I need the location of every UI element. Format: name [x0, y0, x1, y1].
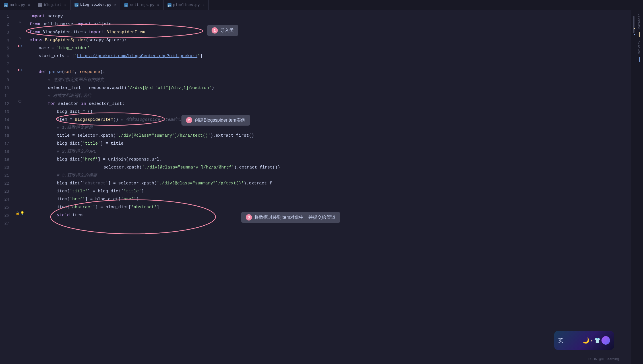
gutter-2: ⊖: [15, 18, 25, 26]
line-num-6: 6: [0, 52, 11, 60]
tab-label: blog.txt: [44, 3, 61, 7]
tab-label: main.py: [10, 3, 25, 7]
code-line-11: # 对博文列表进行迭代: [25, 92, 631, 100]
code-line-7: [25, 60, 631, 68]
code-line-10: selector_list = response.xpath('//div[@i…: [25, 84, 631, 92]
gutter-14: [15, 114, 25, 122]
line19-text: blog_dict['href'] = urljoin(response.url…: [30, 156, 162, 164]
minimap-dot-1: [634, 28, 635, 29]
shield-icon-12: 🛡: [18, 100, 22, 104]
line-num-25: 25: [0, 203, 11, 211]
sidebar-indicator-blue: [639, 57, 640, 62]
line4-text: class BlogSpiderSpider(scrapy.Spider):: [30, 36, 127, 44]
gutter-7: [15, 58, 25, 66]
gutter-column: ⊖ ⊖ ● ↑ ● ↑ 🛡: [15, 10, 25, 364]
widget-icons: 🌙 ✦ 👕: [582, 336, 610, 345]
line-num-17: 17: [0, 140, 11, 148]
tab-bar: py main.py ✕ txt blog.txt ✕ py blog_spid…: [0, 0, 643, 10]
tab-close-icon[interactable]: ✕: [114, 3, 116, 7]
line26-text: yield item: [30, 211, 83, 219]
line13-text: blog_dict = {}: [30, 108, 93, 116]
avatar-widget: [601, 336, 610, 345]
tab-main-py[interactable]: py main.py ✕: [0, 0, 34, 10]
minimap-dot-2: [634, 34, 635, 35]
code-line-18: # 2.获取博文的URL: [25, 148, 631, 156]
gutter-16: [15, 130, 25, 138]
gutter-10: [15, 82, 25, 90]
line2-text: from urllib.parse import urljoin: [30, 20, 111, 28]
gutter-19: [15, 153, 25, 161]
code-editor[interactable]: import scrapy from urllib.parse import u…: [25, 10, 631, 364]
tab-close-icon[interactable]: ✕: [65, 3, 67, 7]
sidebar-tab-sciview[interactable]: SciView: [636, 38, 642, 56]
svg-text:txt: txt: [38, 5, 42, 7]
code-line-19: blog_dict['href'] = urljoin(response.url…: [25, 156, 631, 164]
code-line-25: item['abstract'] = blog_dict['abstract']: [25, 203, 631, 211]
breakpoint-icon-8[interactable]: ●: [17, 68, 20, 72]
arrow-up-icon-8: ↑: [20, 68, 22, 72]
svg-text:py: py: [5, 4, 8, 7]
line-num-21: 21: [0, 172, 11, 180]
minimap-indicators: [634, 27, 635, 36]
tab-pipelines-py[interactable]: py pipelines.py ✕: [164, 0, 209, 10]
arrow-up-icon-5: ↑: [20, 44, 22, 48]
tab-label: pipelines.py: [173, 3, 200, 7]
line17-text: blog_dict['title'] = title: [30, 140, 123, 148]
line10-text: selector_list = response.xpath('//div[@i…: [30, 84, 214, 92]
code-line-21: # 3.获取博文的摘要: [25, 172, 631, 180]
code-line-17: blog_dict['title'] = title: [25, 140, 631, 148]
gutter-6: [15, 50, 25, 58]
line-num-11: 11: [0, 92, 11, 100]
gutter-24: [15, 193, 25, 201]
tab-settings-py[interactable]: py settings.py ✕: [120, 0, 163, 10]
lightbulb-icon-26[interactable]: 💡: [20, 211, 24, 215]
line5-text: name = 'blog_spider': [30, 44, 90, 52]
tab-close-icon[interactable]: ✕: [157, 3, 159, 7]
line-num-7: 7: [0, 60, 11, 68]
sidebar-tab-database[interactable]: Database: [636, 11, 642, 31]
line-num-20: 20: [0, 164, 11, 172]
lock-icon-26: 🔒: [16, 211, 20, 215]
line-num-2: 2: [0, 20, 11, 28]
code-line-15: # 1.获取博文标题: [25, 124, 631, 132]
line16-text: title = selector.xpath('./div[@class="su…: [30, 132, 254, 140]
shirt-icon: 👕: [594, 337, 600, 344]
svg-text:py: py: [125, 5, 127, 7]
gutter-9: [15, 74, 25, 82]
tab-blog-txt[interactable]: txt blog.txt ✕: [34, 0, 71, 10]
line-num-22: 22: [0, 180, 11, 188]
line11-text: # 对博文列表进行迭代: [30, 92, 91, 100]
line1-text: import scrapy: [30, 13, 63, 20]
tab-close-icon[interactable]: ✕: [28, 3, 30, 7]
editor-window: py main.py ✕ txt blog.txt ✕ py blog_spid…: [0, 0, 643, 364]
line-num-10: 10: [0, 84, 11, 92]
tab-blog-spider-py[interactable]: py blog_spider.py ✕: [71, 0, 120, 10]
right-sidebar: Database SciView: [635, 10, 643, 364]
code-line-24: item['href'] = blog_dict['href']: [25, 195, 631, 203]
scrollbar[interactable]: [631, 10, 635, 364]
line-num-16: 16: [0, 132, 11, 140]
line8-text: def parse(self, response):: [30, 68, 105, 76]
line-num-9: 9: [0, 76, 11, 84]
python-icon-active: py: [75, 3, 78, 7]
line20-text: selector.xpath('./div[@class="summary"]/…: [30, 164, 280, 172]
moon-icon: 🌙: [582, 337, 590, 344]
code-line-22: blog_dict['abstract'] = selector.xpath('…: [25, 180, 631, 188]
gutter-4: ⊖: [15, 34, 25, 42]
code-line-27: [25, 219, 631, 227]
line15-text: # 1.获取博文标题: [30, 124, 93, 132]
gutter-11: [15, 90, 25, 98]
line-num-27: 27: [0, 219, 11, 227]
line-num-3: 3: [0, 28, 11, 36]
code-line-2: from urllib.parse import urljoin: [25, 20, 631, 28]
code-line-3: from BlogsSpider.items import Blogsspide…: [25, 28, 631, 36]
line3-text: from BlogsSpider.items import Blogsspide…: [30, 28, 145, 36]
code-line-6: start_urls = ['https://geekori.com/blogs…: [25, 52, 631, 60]
python-icon: py: [4, 3, 8, 7]
breakpoint-icon-5[interactable]: ●: [17, 44, 20, 48]
tab-close-icon[interactable]: ✕: [202, 3, 204, 7]
gutter-26: 🔒 💡: [15, 209, 25, 217]
line21-text: # 3.获取博文的摘要: [30, 172, 97, 180]
widget-text: 英: [558, 337, 563, 344]
code-line-20: selector.xpath('./div[@class="summary"]/…: [25, 164, 631, 172]
